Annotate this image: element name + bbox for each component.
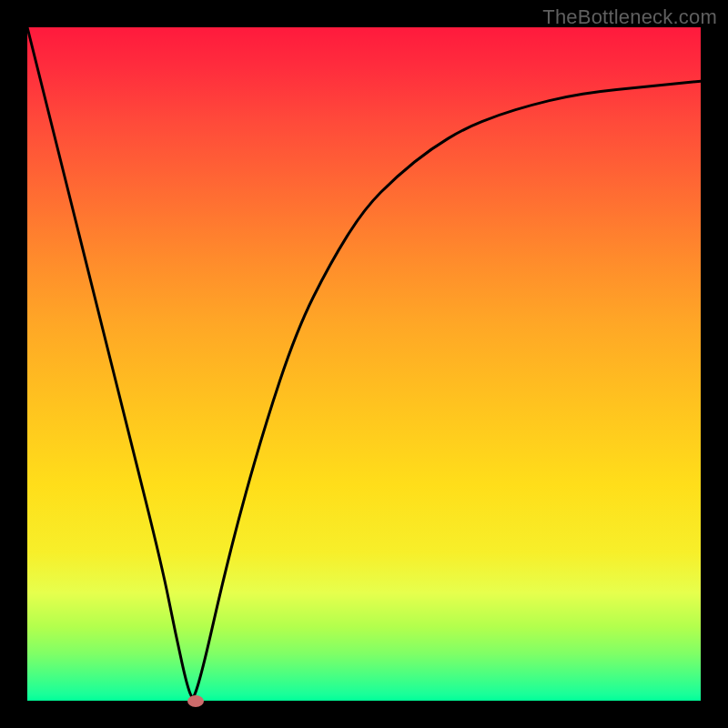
plot-area — [27, 27, 701, 701]
min-marker-icon — [187, 695, 204, 707]
chart-curve — [27, 27, 701, 701]
chart-frame: TheBottleneck.com — [0, 0, 728, 728]
curve-path — [27, 27, 701, 697]
watermark-label: TheBottleneck.com — [542, 5, 717, 29]
